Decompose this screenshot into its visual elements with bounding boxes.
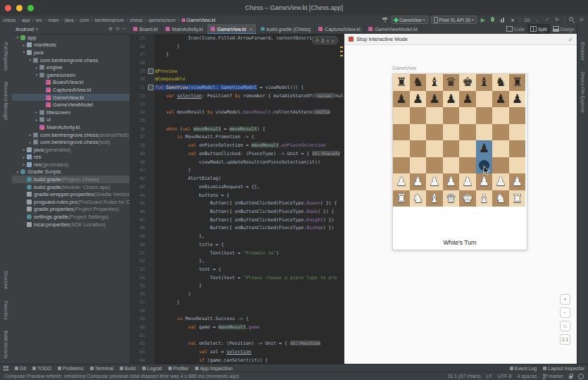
code-line[interactable]: 48 Button({ onButtonClicked(PieceType.Bi… xyxy=(130,224,344,233)
chevron-right-icon[interactable]: ▸ xyxy=(34,66,39,70)
tree-item[interactable]: gradle-wrapper.properties (Gradle Versio… xyxy=(12,190,130,198)
piece-bp[interactable]: ♟ xyxy=(426,91,443,108)
git-branch-widget[interactable]: master xyxy=(543,374,563,379)
board-square[interactable] xyxy=(476,91,493,108)
code-line[interactable]: 54 Text(text = "Please choose a piece ty… xyxy=(130,274,344,282)
run-preview-icon[interactable] xyxy=(148,85,154,90)
debug-button[interactable] xyxy=(489,16,496,23)
chevron-right-icon[interactable]: ▸ xyxy=(27,140,33,145)
board-square[interactable] xyxy=(459,157,476,174)
readonly-lock-icon[interactable] xyxy=(569,376,573,379)
profile-button[interactable] xyxy=(499,16,506,23)
git-rollback-button[interactable]: ↻ xyxy=(553,16,561,23)
board-square[interactable] xyxy=(443,124,460,141)
code-line[interactable]: 52 }, xyxy=(130,257,344,265)
editor-tab[interactable]: Board.kt xyxy=(130,24,162,34)
tree-item[interactable]: gradle.properties (Project Properties) xyxy=(12,206,130,214)
piece-bp[interactable]: ♟ xyxy=(443,91,460,108)
code-line[interactable]: 36 when (val moveResult = moveResult) { xyxy=(130,125,344,133)
run-button[interactable]: ▶ xyxy=(480,16,487,23)
piece-bp[interactable]: ♟ xyxy=(476,140,493,157)
breadcrumb-item[interactable]: GameView.kt xyxy=(182,18,215,23)
tool-window-button-terminal[interactable]: Terminal xyxy=(90,366,113,371)
board-square[interactable]: ♟ xyxy=(492,173,509,190)
close-button[interactable] xyxy=(5,5,11,11)
tool-window-button-todo[interactable]: TODO xyxy=(32,366,51,371)
zoom-out-button[interactable]: − xyxy=(560,307,570,318)
board-square[interactable] xyxy=(410,124,427,141)
zoom-actual-size-button[interactable]: 1:1 xyxy=(560,334,570,345)
piece-bn[interactable]: ♞ xyxy=(410,74,427,91)
code-line[interactable]: 62 val onSelect: (Position) -> Unit = { … xyxy=(130,340,344,348)
board-square[interactable]: ♟ xyxy=(509,173,526,190)
piece-bp[interactable]: ♟ xyxy=(492,91,509,108)
board-square[interactable]: ♝ xyxy=(426,190,443,207)
board-square[interactable]: ♟ xyxy=(459,173,476,190)
device-select[interactable]: Pixel XL API 30 ▾ xyxy=(431,16,477,24)
code-line[interactable]: 44 buttons = { xyxy=(130,191,344,200)
tool-window-button-problems[interactable]: Problems xyxy=(58,366,84,371)
code-line[interactable]: 45 Button({ onButtonClicked(PieceType.Qu… xyxy=(130,199,344,207)
caret-position-indicator[interactable]: 31:1 (37 chars) xyxy=(447,374,480,379)
zoom-in-button[interactable]: + xyxy=(560,294,570,305)
chevron-right-icon[interactable]: ▸ xyxy=(21,162,27,166)
compose-preview-icon[interactable] xyxy=(148,68,154,74)
code-line[interactable]: 63 val sel = selection xyxy=(130,348,344,356)
board-square[interactable] xyxy=(410,140,427,157)
minimize-button[interactable] xyxy=(16,5,23,11)
board-square[interactable] xyxy=(459,140,476,157)
board-square[interactable]: ♝ xyxy=(426,74,443,91)
board-square[interactable]: ♝ xyxy=(476,74,493,91)
tree-item[interactable]: ▸res xyxy=(12,154,130,161)
board-square[interactable] xyxy=(443,140,460,157)
view-mode-design[interactable]: Design xyxy=(550,24,577,34)
editor-tab[interactable]: GameView.kt× xyxy=(207,24,256,34)
breadcrumb-item[interactable]: bentrengrove xyxy=(95,18,124,23)
board-square[interactable] xyxy=(509,107,526,124)
board-square[interactable]: ♞ xyxy=(410,74,427,91)
code-line[interactable]: 27 } xyxy=(130,50,344,59)
editor-tab[interactable]: GameViewModel.kt xyxy=(365,24,422,34)
editor-tab[interactable]: CapturedView.kt xyxy=(315,24,365,34)
tool-window-button-event-log[interactable]: Event Log xyxy=(510,366,537,371)
stop-button[interactable]: ■ xyxy=(509,16,516,23)
board-square[interactable]: ♟ xyxy=(410,91,427,108)
inspections-widget[interactable]: ⚠ 1 ∧ ∨ xyxy=(312,36,338,44)
code-line[interactable]: 40 viewModel.updateResult(onPieceSelecti… xyxy=(130,158,344,166)
chevron-down-icon[interactable]: ▾ xyxy=(34,73,39,77)
chevron-down-icon[interactable]: ▾ xyxy=(15,35,20,39)
board-square[interactable]: ♟ xyxy=(393,91,410,108)
settings-icon[interactable]: ⊙ xyxy=(578,16,585,23)
board-square[interactable] xyxy=(443,157,460,174)
board-square[interactable]: ♟ xyxy=(476,140,493,157)
code-line[interactable]: 55 } xyxy=(130,282,344,290)
tree-item[interactable]: GameViewModel xyxy=(12,101,130,109)
piece-br[interactable]: ♜ xyxy=(393,74,410,91)
tool-window-button-build-variants[interactable]: Build Variants xyxy=(4,331,8,359)
board-square[interactable] xyxy=(476,107,493,124)
code-line[interactable]: 61 xyxy=(130,331,344,340)
board-square[interactable]: ♞ xyxy=(410,190,427,207)
editor-tab[interactable]: build.gradle (Chess) xyxy=(257,24,315,34)
code-line[interactable]: 53 text = { xyxy=(130,265,344,274)
board-square[interactable]: ♟ xyxy=(443,173,460,190)
tree-item[interactable]: build.gradle (Module: Chess.app) xyxy=(12,183,130,191)
tree-item[interactable]: build.gradle (Project: Chess) xyxy=(12,176,130,183)
tool-window-button-build[interactable]: Build xyxy=(120,366,136,371)
code-line[interactable]: 39 val onButtonClicked: (PieceType) -> U… xyxy=(130,149,344,158)
board-square[interactable]: ♟ xyxy=(426,173,443,190)
code-line[interactable]: 46 Button({ onButtonClicked(PieceType.Ro… xyxy=(130,207,344,216)
search-icon[interactable] xyxy=(568,16,575,23)
board-square[interactable]: ♟ xyxy=(492,91,509,108)
piece-wb[interactable]: ♝ xyxy=(476,190,493,207)
piece-wp[interactable]: ♟ xyxy=(443,173,460,190)
chevron-right-icon[interactable]: ▸ xyxy=(21,147,27,152)
board-square[interactable] xyxy=(393,124,410,141)
tree-item[interactable]: ▾gamescreen xyxy=(12,71,130,79)
tree-item[interactable]: ▾Gradle Scripts xyxy=(12,168,130,176)
board-square[interactable] xyxy=(393,140,410,157)
board-square[interactable]: ♜ xyxy=(393,190,410,207)
board-square[interactable] xyxy=(393,157,410,174)
board-square[interactable]: ♟ xyxy=(509,91,526,108)
tree-item[interactable]: local.properties (SDK Location) xyxy=(12,221,130,228)
